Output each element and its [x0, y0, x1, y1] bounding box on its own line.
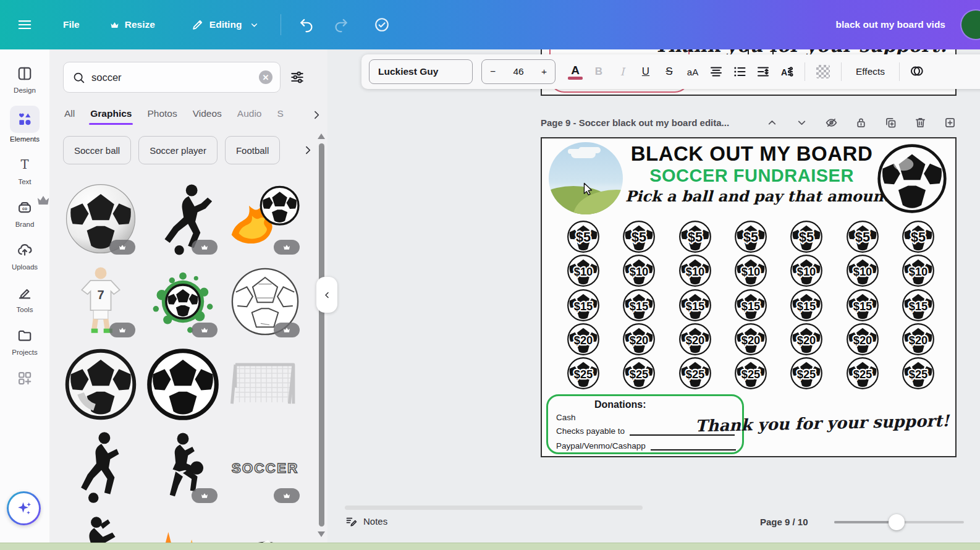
zoom-slider[interactable] [834, 521, 964, 523]
lock-icon[interactable] [855, 116, 868, 129]
text-color-button[interactable]: A [564, 59, 586, 84]
board-title-block[interactable]: BLACK OUT MY BOARD SOCCER FUNDRAISER Pic… [625, 143, 878, 205]
price-ball-5[interactable]: $5 [734, 220, 767, 253]
search-input[interactable] [91, 72, 253, 83]
price-ball-25[interactable]: $25 [790, 357, 823, 390]
price-ball-20[interactable]: $20 [902, 323, 935, 356]
tab-s[interactable]: S [277, 108, 283, 125]
scrollbar-up-arrow[interactable] [318, 133, 325, 139]
add-page-icon[interactable] [944, 116, 957, 129]
effects-button[interactable]: Effects [848, 66, 892, 77]
sidebar-item-uploads[interactable]: Uploads [2, 234, 47, 276]
price-ball-15[interactable]: $15 [902, 289, 935, 322]
price-ball-20[interactable]: $20 [678, 323, 712, 356]
price-ball-10[interactable]: $10 [846, 254, 879, 287]
result-soccer-ball-shaded[interactable] [62, 345, 140, 423]
font-family-selector[interactable]: Luckiest Guy [369, 59, 473, 84]
price-ball-20[interactable]: $20 [790, 323, 823, 356]
price-ball-5[interactable]: $5 [567, 220, 600, 253]
chips-scroll-chevron-right-icon[interactable] [302, 144, 314, 156]
filter-icon[interactable] [289, 69, 305, 85]
price-ball-15[interactable]: $15 [734, 289, 767, 322]
strikethrough-button[interactable]: S [658, 59, 680, 84]
delete-icon[interactable] [914, 116, 927, 129]
notes-button[interactable]: Notes [345, 515, 387, 528]
hamburger-menu-button[interactable] [12, 12, 37, 37]
tab-photos[interactable]: Photos [147, 108, 177, 125]
underline-button[interactable]: U [635, 59, 657, 84]
zoom-slider-knob[interactable] [889, 514, 905, 530]
price-ball-15[interactable]: $15 [846, 289, 879, 322]
panel-scrollbar[interactable] [319, 143, 324, 527]
price-ball-5[interactable]: $5 [678, 220, 712, 253]
scrollbar-down-arrow[interactable] [318, 531, 325, 537]
sidebar-item-tools[interactable]: Tools [2, 276, 47, 319]
result-training-cones[interactable] [144, 510, 222, 543]
price-ball-15[interactable]: $15 [622, 289, 656, 322]
price-ball-15[interactable]: $15 [678, 289, 712, 322]
document-title[interactable]: black out my board vids [836, 19, 945, 30]
result-soccer-player-kicking[interactable] [144, 179, 222, 258]
position-button[interactable] [906, 59, 929, 84]
ai-assistant-button[interactable] [7, 491, 41, 525]
price-ball-5[interactable]: $5 [846, 220, 879, 253]
result-soccer-ball-partial[interactable] [226, 510, 304, 543]
result-green-splash-soccer-ball[interactable] [144, 262, 222, 341]
price-ball-10[interactable]: $10 [678, 254, 712, 287]
price-ball-20[interactable]: $20 [846, 323, 879, 356]
price-ball-10[interactable]: $10 [734, 254, 767, 287]
price-ball-10[interactable]: $10 [902, 254, 935, 287]
tabs-scroll-chevron-right-icon[interactable] [310, 109, 323, 121]
sidebar-item-text[interactable]: TText [2, 148, 47, 191]
result-soccer-player-jersey-7[interactable]: 7 [62, 262, 140, 341]
font-size-value[interactable]: 46 [513, 66, 523, 77]
editing-mode-button[interactable]: Editing [191, 18, 260, 32]
chip-soccer-player[interactable]: Soccer player [138, 136, 218, 164]
result-soccer-word-art[interactable]: SOCCER [226, 428, 304, 506]
sidebar-item-apps[interactable] [2, 362, 47, 394]
transparency-button[interactable] [812, 59, 834, 84]
duplicate-icon[interactable] [884, 116, 897, 129]
move-down-icon[interactable] [795, 116, 808, 129]
tab-videos[interactable]: Videos [193, 108, 222, 125]
result-flaming-soccer-ball[interactable] [226, 179, 304, 258]
italic-button[interactable]: I [611, 59, 633, 84]
page-9-canvas[interactable]: BLACK OUT MY BOARD SOCCER FUNDRAISER Pic… [541, 137, 957, 457]
font-size-decrease-button[interactable]: − [490, 66, 496, 77]
price-ball-20[interactable]: $20 [734, 323, 767, 356]
account-avatar[interactable] [961, 11, 980, 39]
price-ball-15[interactable]: $15 [567, 289, 600, 322]
clear-search-button[interactable]: ✕ [259, 70, 272, 84]
result-soccer-ball-outline[interactable] [144, 345, 222, 423]
alignment-button[interactable] [705, 59, 727, 84]
price-ball-15[interactable]: $15 [790, 289, 823, 322]
result-soccer-player-dribbling[interactable] [62, 428, 140, 506]
price-ball-5[interactable]: $5 [790, 220, 823, 253]
price-ball-20[interactable]: $20 [622, 323, 656, 356]
move-up-icon[interactable] [766, 116, 779, 129]
price-ball-5[interactable]: $5 [622, 220, 656, 253]
result-soccer-player-juggling[interactable] [144, 428, 222, 506]
tab-audio[interactable]: Audio [237, 108, 262, 125]
undo-button[interactable] [298, 17, 315, 33]
hide-icon[interactable] [825, 116, 838, 129]
list-button[interactable] [729, 59, 751, 84]
panel-collapse-handle[interactable] [316, 277, 337, 313]
price-ball-25[interactable]: $25 [902, 357, 935, 390]
result-sketch-soccer-ball[interactable] [226, 262, 304, 341]
result-goal-net[interactable] [226, 345, 304, 423]
price-ball-25[interactable]: $25 [678, 357, 712, 390]
price-ball-5[interactable]: $5 [902, 220, 935, 253]
price-ball-10[interactable]: $10 [567, 254, 600, 287]
letter-spacing-button[interactable]: A [775, 59, 798, 84]
price-ball-10[interactable]: $10 [790, 254, 823, 287]
price-ball-25[interactable]: $25 [622, 357, 656, 390]
sidebar-item-projects[interactable]: Projects [2, 319, 47, 362]
sidebar-item-design[interactable]: Design [2, 57, 47, 99]
price-ball-25[interactable]: $25 [846, 357, 879, 390]
font-size-increase-button[interactable]: + [541, 66, 547, 77]
tab-graphics[interactable]: Graphics [90, 108, 132, 125]
tab-all[interactable]: All [64, 108, 75, 125]
line-spacing-button[interactable] [752, 59, 774, 84]
text-case-button[interactable]: aA [682, 59, 704, 84]
